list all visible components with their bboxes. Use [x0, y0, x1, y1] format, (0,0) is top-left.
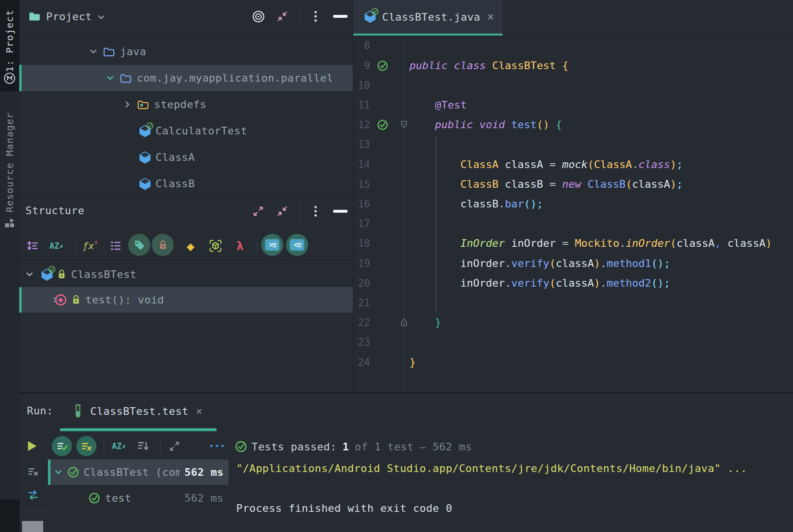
code-line[interactable]: 16 classB.bar(); [353, 194, 793, 214]
line-number[interactable]: 17 [353, 214, 370, 234]
expand-all-button[interactable] [166, 438, 182, 454]
locate-target-button[interactable] [250, 8, 266, 24]
chevron-down-icon[interactable] [54, 468, 63, 477]
scrollbar-thumb[interactable] [22, 521, 43, 532]
close-icon[interactable]: × [196, 405, 203, 417]
chevron-down-icon[interactable] [106, 73, 115, 83]
fold-marker-icon[interactable] [400, 121, 408, 129]
code-line[interactable]: 17 [353, 214, 793, 234]
line-number[interactable]: 22 [353, 313, 370, 333]
tree-row-calculatortest[interactable]: CalculatorTest [0, 118, 353, 144]
hide-panel-button[interactable] [333, 210, 348, 213]
line-number[interactable]: 24 [353, 352, 370, 373]
collapse-tool-window-button[interactable] [274, 203, 290, 219]
code-line[interactable]: 19 inOrder.verify(classA).method1(); [353, 254, 793, 274]
kebab-menu-icon[interactable] [307, 203, 324, 219]
code-line[interactable]: 22 } [353, 313, 793, 333]
run-panel-divider[interactable] [19, 392, 793, 393]
project-panel-header[interactable]: Project [28, 8, 106, 24]
test-passed-gutter-icon[interactable] [377, 119, 388, 131]
close-icon[interactable]: × [487, 10, 494, 24]
structure-row-test-method[interactable]: test(): void [0, 287, 353, 313]
line-number[interactable]: 12 [353, 115, 370, 135]
tag-toggle-button[interactable] [128, 234, 150, 256]
collapse-tool-window-button[interactable] [274, 8, 290, 24]
chevron-down-icon[interactable] [97, 13, 106, 22]
sort-by-duration-button[interactable] [135, 438, 151, 454]
chevron-right-icon[interactable] [123, 100, 132, 109]
code-line[interactable]: 8 [353, 36, 793, 56]
check-circle-icon [235, 440, 247, 453]
lambda-icon[interactable]: λ [232, 238, 248, 254]
line-number[interactable]: 23 [353, 332, 370, 352]
diamond-icon[interactable]: ◆ [182, 238, 199, 254]
tree-item-label: java [120, 46, 146, 58]
editor-tab-classbtest[interactable]: ClassBTest.java × [353, 0, 503, 34]
tree-row-stepdefs[interactable]: stepdefs [0, 91, 353, 118]
shapes-icon [4, 217, 15, 229]
line-number[interactable]: 10 [353, 75, 370, 96]
line-number[interactable]: 8 [353, 36, 370, 56]
tree-row-classa[interactable]: ClassA [0, 144, 353, 170]
swap-source-button[interactable] [25, 487, 41, 503]
code-line[interactable]: 12 public void test() { [353, 115, 793, 135]
code-line[interactable]: 24} [353, 352, 793, 373]
rerun-button[interactable] [24, 438, 40, 454]
fold-marker-icon[interactable] [400, 318, 408, 326]
show-passed-button[interactable] [52, 436, 72, 456]
code-line[interactable]: 14 ClassA classA = mock(ClassA.class); [353, 155, 793, 175]
test-status-line: Tests passed: 1 of 1 test – 562 ms [252, 439, 472, 454]
line-number[interactable]: 11 [353, 95, 370, 115]
code-line[interactable]: 21 [353, 293, 793, 313]
code-line[interactable]: 9public class ClassBTest { [353, 56, 793, 76]
test-method-icon [54, 293, 67, 306]
line-number[interactable]: 13 [353, 134, 370, 155]
test-tree-row-classbtest[interactable]: ClassBTest (com 562 ms [48, 459, 228, 485]
sort-alphabetically-button[interactable]: AZ⇵ [110, 438, 127, 454]
tag-icon [132, 238, 146, 252]
anonymous-classes-button[interactable] [207, 238, 224, 254]
more-options-button[interactable]: ••• [209, 438, 226, 454]
line-number[interactable]: 19 [353, 254, 370, 274]
kebab-menu-icon[interactable] [307, 8, 324, 24]
line-number[interactable]: 9 [353, 56, 370, 76]
code-line[interactable]: 10 [353, 75, 793, 96]
scope-greater-button[interactable]: >≡ [261, 234, 283, 256]
lock-toggle-button[interactable] [152, 234, 174, 256]
hide-panel-button[interactable] [333, 15, 348, 18]
line-number[interactable]: 15 [353, 174, 370, 194]
test-folder-icon [137, 99, 149, 110]
show-properties-button[interactable] [108, 238, 124, 254]
line-number[interactable]: 21 [353, 293, 370, 313]
code-line[interactable]: 15 ClassB classB = new ClassB(classA); [353, 174, 793, 194]
line-number[interactable]: 16 [353, 194, 370, 214]
chevron-down-icon[interactable] [25, 270, 34, 279]
chevron-down-icon[interactable] [89, 47, 98, 56]
status-count: 1 [342, 441, 349, 453]
line-number[interactable]: 20 [353, 273, 370, 293]
line-number[interactable]: 14 [353, 155, 370, 175]
sort-by-visibility-button[interactable] [24, 238, 40, 254]
test-passed-gutter-icon[interactable] [377, 60, 388, 72]
run-tab[interactable]: ClassBTest.test × [74, 401, 203, 421]
code-line[interactable]: 18 InOrder inOrder = Mockito.inOrder(cla… [353, 233, 793, 254]
show-failed-button[interactable] [76, 436, 96, 456]
code-line[interactable]: 20 inOrder.verify(classA).method2(); [353, 273, 793, 293]
test-node-time: 562 ms [184, 466, 224, 478]
code-line[interactable]: 23 [353, 332, 793, 352]
code-line[interactable]: 13 [353, 134, 793, 155]
test-tree-row-test[interactable]: test 562 ms [48, 486, 228, 510]
code-text: public void test() { [409, 115, 562, 135]
show-fields-button[interactable]: ƒx↑ [82, 238, 98, 254]
tree-item-label: com.jay.myapplication.parallel [137, 72, 333, 84]
structure-row-classbtest[interactable]: ClassBTest [0, 262, 353, 287]
filter-tests-button[interactable] [25, 463, 41, 480]
scope-less-button[interactable]: <≡ [286, 234, 308, 256]
code-line[interactable]: 11 @Test [353, 95, 793, 115]
stripe-tab-structure-bottom[interactable]: ure [0, 499, 19, 532]
tree-row-java[interactable]: java [0, 38, 353, 65]
expand-tool-window-button[interactable] [250, 203, 266, 219]
tree-row-package[interactable]: com.jay.myapplication.parallel [0, 65, 353, 91]
line-number[interactable]: 18 [353, 233, 370, 254]
sort-alphabetically-button[interactable]: AZ⇵ [48, 238, 64, 254]
